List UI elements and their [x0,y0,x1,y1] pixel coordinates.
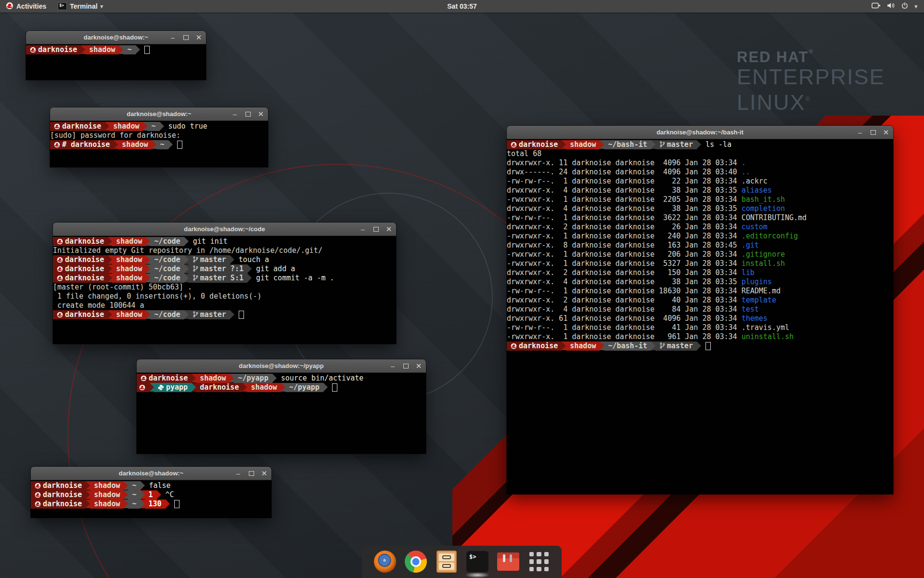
close-button[interactable]: ✕ [414,362,423,370]
prompt-segment: ~ [156,140,168,149]
segment-separator [86,499,90,508]
segment-separator [86,490,90,499]
prompt-segment: darknoise [137,374,192,383]
segment-separator [108,274,112,282]
prompt-segment: darknoise [53,264,108,274]
terminal-cursor [174,500,180,508]
titlebar[interactable]: darknoise@shadow:~/code – ✕ [53,223,396,236]
window-title: darknoise@shadow:~ [127,110,191,118]
terminal-content[interactable]: darknoiseshadow~/pyappsource bin/activat… [137,373,426,454]
segment-separator [108,264,112,273]
prompt-segment: ~ [128,499,140,509]
file-list-row: drwxrwxr-x. 2 darknoise darknoise 26 Jan… [507,223,893,232]
close-button[interactable]: ✕ [385,225,393,234]
file-list-row: drwxrwxr-x. 4 darknoise darknoise 38 Jan… [507,204,893,213]
close-button[interactable]: ✕ [260,469,269,478]
dock-terminal[interactable]: $> [466,551,488,573]
segment-separator [184,274,189,282]
close-button[interactable]: ✕ [882,128,890,137]
maximize-button[interactable] [181,33,190,42]
minimize-button[interactable]: – [359,225,367,234]
prompt-segment: ~/bash-it [604,140,651,149]
command-text: ls -la [706,140,732,149]
prompt-segment: 1 [145,490,157,499]
minimize-button[interactable]: – [168,33,177,42]
terminal-content[interactable]: darknoiseshadow~falsedarknoiseshadow~1^C… [31,480,271,518]
segment-separator [119,45,123,54]
maximize-button[interactable] [244,110,252,118]
prompt-segment: shadow [112,264,146,274]
segment-separator [272,374,277,382]
app-menu-terminal[interactable]: $> Terminal ▾ [52,0,109,13]
terminal-content[interactable]: darknoiseshadow~/codegit initInitialized… [53,236,396,344]
system-menu-chevron-icon[interactable]: ▾ [914,3,917,10]
window-title: darknoise@shadow:~ [84,34,148,41]
terminal-prompt-line: pyappdarknoiseshadow~/pyapp [137,383,426,392]
close-button[interactable]: ✕ [194,33,203,42]
activities-button[interactable]: Activities [0,0,52,13]
minimize-button[interactable]: – [234,469,243,478]
segment-separator [243,383,247,392]
segment-separator [281,383,285,392]
prompt-segment: darknoise [196,383,243,392]
file-list-row: drwx------. 24 darknoise darknoise 4096 … [507,168,893,177]
prompt-segment: darknoise [53,274,108,283]
minimize-button[interactable]: – [231,110,239,118]
segment-separator [562,342,566,350]
terminal-cursor [706,342,711,350]
segment-separator [168,140,173,149]
window-title: darknoise@shadow:~/code [184,225,265,233]
dock-app-grid[interactable] [528,551,550,573]
titlebar[interactable]: darknoise@shadow:~/bash-it – ✕ [507,126,893,139]
dock-toolbox[interactable] [497,551,519,573]
git-branch-icon [659,342,665,352]
terminal-content[interactable]: darknoiseshadow~/bash-itmasterls -latota… [507,139,893,494]
terminal-cursor [239,311,244,319]
prompt-segment: 130 [145,499,166,509]
titlebar[interactable]: darknoise@shadow:~ – ✕ [50,107,268,121]
minimize-button[interactable]: – [388,362,397,370]
maximize-icon [373,227,379,232]
file-list-row: -rwxrwxr-x. 1 darknoise darknoise 240 Ja… [507,232,893,241]
titlebar[interactable]: darknoise@shadow:~ – ✕ [31,467,271,480]
maximize-button[interactable] [869,128,877,137]
dock-chrome[interactable] [405,551,427,573]
prompt-segment: shadow [112,237,146,246]
prompt-segment: ~ [147,122,159,131]
dock-files[interactable] [436,551,458,573]
prompt-segment: master [189,255,230,264]
segment-separator [146,237,150,246]
maximize-button[interactable] [401,362,410,370]
titlebar[interactable]: darknoise@shadow:~/pyapp – ✕ [137,359,426,373]
clock[interactable]: Sat 03:57 [447,0,476,13]
app-menu-label: Terminal [70,2,97,10]
file-list-row: -rwxrwxr-x. 1 darknoise darknoise 961 Ja… [507,332,893,342]
maximize-button[interactable] [372,225,380,234]
segment-separator [697,342,701,350]
terminal-content[interactable]: darknoiseshadow~ [26,44,206,80]
brand-line-1: RED HAT® [737,48,885,66]
prompt-segment: shadow [247,383,281,392]
titlebar[interactable]: darknoise@shadow:~ – ✕ [26,31,206,44]
terminal-content[interactable]: darknoiseshadow~sudo true[sudo] password… [50,121,268,167]
maximize-button[interactable] [247,469,256,478]
segment-separator [150,383,154,392]
command-text: git add a [256,264,295,273]
brand-line-3: LINUX® [737,88,885,114]
prompt-segment: ~ [128,481,140,490]
segment-separator [184,237,189,246]
prompt-segment: shadow [112,255,146,264]
minimize-button[interactable]: – [856,128,864,137]
terminal-prompt-line: darknoiseshadow~1^C [31,490,271,499]
file-name: template [742,296,776,304]
segment-separator [247,274,252,282]
close-button[interactable]: ✕ [257,110,265,118]
segment-separator [184,264,189,273]
command-text: false [149,481,171,490]
file-name: lib [742,268,755,277]
segment-separator [146,274,150,282]
file-name: .git [742,241,759,250]
dock-firefox[interactable] [374,551,396,573]
file-list-row: -rw-rw-r--. 1 darknoise darknoise 41 Jan… [507,323,893,332]
prompt-segment: shadow [196,374,230,383]
